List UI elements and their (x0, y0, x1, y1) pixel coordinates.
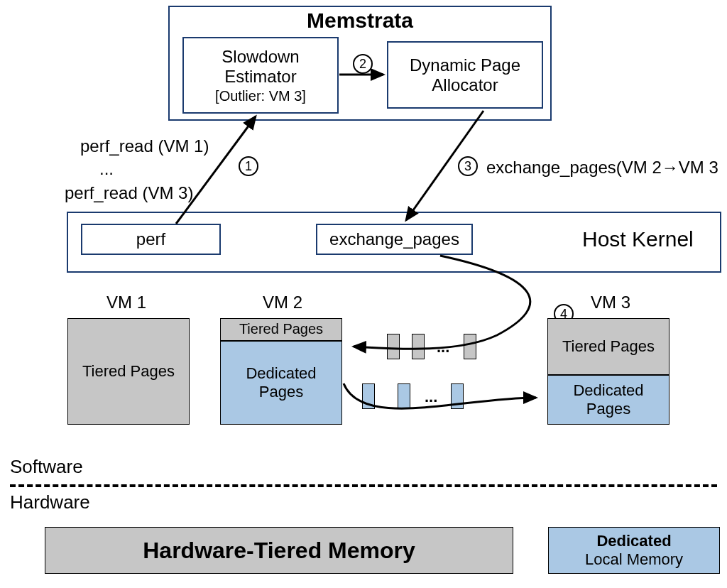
hw-dedicated-top: Dedicated (596, 532, 671, 550)
slowdown-estimator-box: Slowdown Estimator [Outlier: VM 3] (182, 37, 339, 114)
step-1-icon: 1 (239, 156, 258, 176)
host-kernel-title: Host Kernel (582, 227, 694, 251)
page-chip-blue (451, 383, 464, 409)
perf-box: perf (81, 224, 221, 255)
page-chip-grey (387, 334, 400, 359)
vm1-label: VM 1 (106, 293, 146, 312)
vm1-tiered-box: Tiered Pages (67, 318, 190, 425)
step-3-icon: 3 (458, 156, 478, 176)
hw-dedicated-memory-box: Dedicated Local Memory (548, 527, 720, 574)
step-2-icon: 2 (353, 54, 373, 74)
chips-dots-top: ... (437, 338, 449, 356)
page-chip-grey (464, 334, 476, 359)
vm2-tiered-box: Tiered Pages (220, 318, 342, 341)
sw-hw-divider (10, 484, 717, 487)
memstrata-title: Memstrata (170, 9, 550, 33)
exchange-call-label: exchange_pages(VM 2→VM 3 (486, 158, 718, 178)
software-label: Software (10, 456, 83, 478)
perf-read-vm3-label: perf_read (VM 3) (65, 183, 193, 203)
vm3-label: VM 3 (591, 293, 630, 312)
vm2-dedicated-box: Dedicated Pages (220, 341, 342, 425)
hw-dedicated-bot: Local Memory (585, 550, 683, 569)
perf-read-vm1-label: perf_read (VM 1) (80, 136, 209, 156)
hardware-label: Hardware (10, 491, 90, 513)
allocator-box: Dynamic Page Allocator (387, 41, 543, 109)
slowdown-line1: Slowdown (184, 47, 337, 67)
vm3-dedicated-box: Dedicated Pages (547, 375, 669, 425)
exchange-pages-box: exchange_pages (316, 224, 473, 255)
perf-read-dots-label: ... (99, 159, 114, 179)
allocator-line1: Dynamic Page (388, 55, 542, 75)
vm3-tiered-box: Tiered Pages (547, 318, 669, 375)
chips-dots-bot: ... (425, 388, 437, 406)
page-chip-blue (398, 383, 410, 409)
hw-tiered-memory-box: Hardware-Tiered Memory (45, 527, 513, 574)
page-chip-grey (412, 334, 425, 359)
slowdown-line2: Estimator (184, 67, 337, 87)
allocator-line2: Allocator (388, 75, 542, 95)
page-chip-blue (362, 383, 375, 409)
slowdown-outlier: [Outlier: VM 3] (184, 88, 337, 104)
vm2-label: VM 2 (263, 293, 302, 312)
